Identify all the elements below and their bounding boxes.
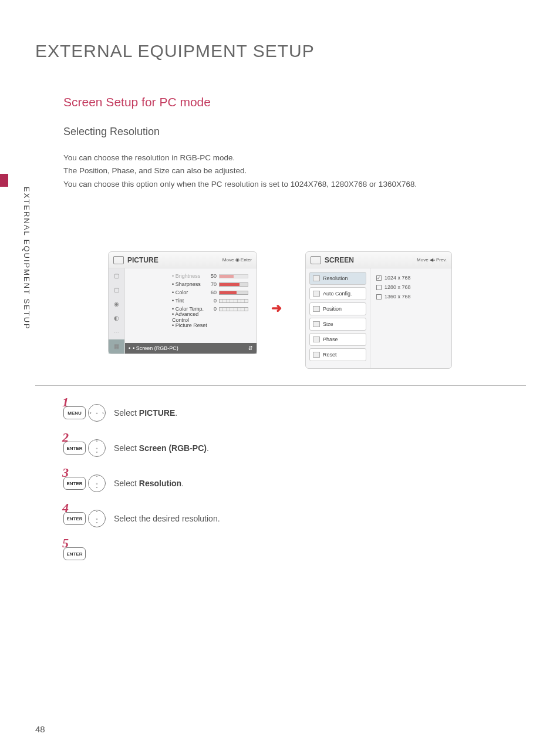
screen-menu-item[interactable]: Phase [309,333,366,346]
resolution-option[interactable]: 1360 x 768 [376,292,446,301]
step-number: 2 [62,430,69,445]
screen-menu-item[interactable]: Auto Config. [309,287,366,300]
dpad-icon: ˄˅ [88,439,106,457]
osd-title: SCREEN [325,256,417,264]
checkbox-icon: ✓ [376,275,382,281]
osd-screen: SCREEN Move ◀• Prev. ResolutionAuto Conf… [305,251,452,369]
step-text: Select the desired resolution. [114,514,220,523]
resolution-option[interactable]: ✓1024 x 768 [376,273,446,282]
step: 2 ENTER ˄˅ Select Screen (RGB-PC). [63,438,220,458]
picture-highlight-row[interactable]: • • Screen (RGB-PC) ⇵ [125,343,257,354]
checkbox-icon [376,294,382,300]
sidebar-icon: ◉ [109,297,124,311]
osd-picture: PICTURE Move ◉ Enter ▢ ▢ ◉ ◐ ⋯ ▦ • Brigh… [108,251,257,354]
sidebar-icon: ▢ [109,282,124,297]
picture-setting-row: • Brightness50 [172,272,253,280]
step: 3 ENTER ˄˅ Select Resolution. [63,473,220,493]
highlight-label: • Screen (RGB-PC) [133,345,178,351]
picture-setting-row: • Tint0 [172,297,253,305]
sidebar-icon: ◐ [109,311,124,325]
step-text: Select Resolution. [114,479,184,488]
screen-menu-list: ResolutionAuto Config.PositionSizePhaseR… [306,268,370,368]
picture-setting-row: • Sharpness70 [172,280,253,288]
screen-menu-item[interactable]: Position [309,302,366,315]
step-text: Select Screen (RGB-PC). [114,443,209,453]
divider [35,385,526,386]
updown-icon: ⇵ [248,345,253,351]
section-heading: Selecting Resolution [63,126,160,138]
sidebar-icon: ⋯ [109,325,124,339]
dpad-icon: ‹› [88,404,106,422]
osd-nav-hint: Move ◉ Enter [222,257,252,263]
instruction-steps: 1 MENU ‹› Select PICTURE. 2 ENTER ˄˅ Sel… [63,403,220,579]
arrow-right-icon: ➜ [271,301,282,316]
menu-item-icon [313,275,320,281]
step-number: 1 [62,395,69,410]
osd-nav-hint: Move ◀• Prev. [417,257,447,263]
body-line: You can choose this option only when the… [63,178,417,191]
sidebar-icon: ▦ [109,339,124,354]
screen-menu-item[interactable]: Resolution [309,272,366,285]
monitor-icon [113,256,124,264]
step: 4 ENTER ˄˅ Select the desired resolution… [63,509,220,529]
menu-item-icon [313,306,320,312]
menu-item-icon [313,352,320,358]
menu-item-icon [313,291,320,297]
resolution-option[interactable]: 1280 x 768 [376,282,446,292]
step-number: 5 [62,536,69,551]
picture-setting-row: • Picture Reset [172,321,253,329]
side-tab [0,176,16,352]
step-number: 3 [62,465,69,480]
picture-settings-list: • Brightness50• Sharpness70• Color60• Ti… [172,272,253,329]
osd-header: SCREEN Move ◀• Prev. [306,252,451,268]
checkbox-icon [376,285,382,290]
side-label: EXTERNAL EQUIPMENT SETUP [22,187,31,330]
sidebar-icon: ▢ [109,268,124,282]
body-text: You can choose the resolution in RGB-PC … [63,152,417,191]
dpad-icon: ˄˅ [88,510,106,527]
body-line: You can choose the resolution in RGB-PC … [63,152,417,164]
picture-setting-row: • Advanced Control [172,313,253,321]
step-number: 4 [62,500,69,516]
monitor-icon [311,256,321,264]
menu-item-icon [313,321,320,327]
page-title: EXTERNAL EQUIPMENT SETUP [35,41,315,61]
screen-menu-item[interactable]: Size [309,318,366,331]
body-line: The Position, Phase, and Size can also b… [63,164,417,177]
page-number: 48 [35,724,45,734]
dpad-icon: ˄˅ [88,475,106,492]
screen-menu-item[interactable]: Reset [309,348,366,361]
step: 1 MENU ‹› Select PICTURE. [63,403,220,423]
osd-sidebar: ▢ ▢ ◉ ◐ ⋯ ▦ [109,268,125,354]
osd-title: PICTURE [127,256,222,264]
step: 5 ENTER [63,544,220,564]
resolution-options: ✓1024 x 7681280 x 7681360 x 768 [370,268,451,368]
menu-item-icon [313,337,320,342]
step-text: Select PICTURE. [114,408,177,418]
subtitle: Screen Setup for PC mode [63,95,211,109]
osd-header: PICTURE Move ◉ Enter [109,252,257,268]
picture-setting-row: • Color60 [172,288,253,297]
